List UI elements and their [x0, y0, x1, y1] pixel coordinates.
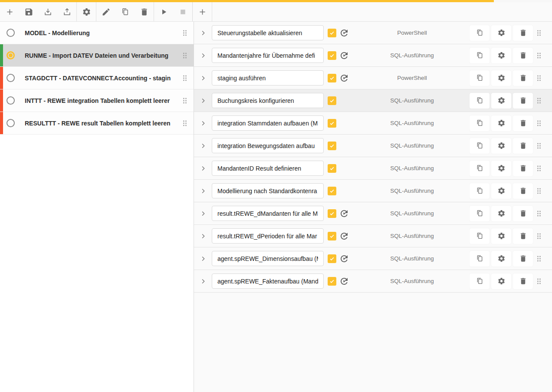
delete-task-button[interactable]	[513, 48, 533, 63]
task-enabled-checkbox[interactable]	[328, 74, 336, 82]
drag-handle-icon[interactable]	[535, 254, 543, 263]
expand-task-button[interactable]	[197, 117, 209, 130]
delete-task-button[interactable]	[513, 161, 533, 176]
task-enabled-checkbox[interactable]	[328, 209, 336, 218]
task-name-input[interactable]	[212, 115, 324, 131]
task-enabled-checkbox[interactable]	[328, 164, 336, 173]
expand-task-button[interactable]	[197, 275, 209, 288]
drag-handle-icon[interactable]	[535, 96, 543, 105]
drag-handle-icon[interactable]	[535, 29, 543, 37]
drag-handle-icon[interactable]	[535, 209, 543, 218]
delete-task-button[interactable]	[513, 25, 533, 41]
expand-task-button[interactable]	[197, 94, 209, 107]
job-item-runme[interactable]: RUNME - Import DATEV Dateien und Verarbe…	[0, 44, 194, 67]
expand-task-button[interactable]	[197, 184, 209, 198]
duplicate-task-button[interactable]	[470, 273, 490, 289]
job-item-resulttt[interactable]: RESULTTT - REWE result Tabellen komplett…	[0, 112, 194, 135]
delete-task-button[interactable]	[513, 115, 533, 131]
task-name-input[interactable]	[212, 273, 324, 289]
task-enabled-checkbox[interactable]	[328, 29, 336, 37]
task-name-input[interactable]	[212, 48, 324, 63]
duplicate-task-button[interactable]	[470, 251, 490, 267]
delete-button[interactable]	[135, 2, 154, 21]
task-enabled-checkbox[interactable]	[328, 254, 336, 263]
repeat-run-icon[interactable]	[339, 28, 349, 38]
drag-handle-icon[interactable]	[535, 51, 543, 60]
expand-task-button[interactable]	[197, 26, 209, 40]
task-name-input[interactable]	[212, 161, 324, 176]
drag-handle-icon[interactable]	[535, 74, 543, 82]
delete-task-button[interactable]	[513, 70, 533, 86]
job-radio-selected[interactable]	[7, 51, 15, 59]
drag-handle-icon[interactable]	[535, 277, 543, 286]
task-name-input[interactable]	[212, 25, 324, 40]
duplicate-button[interactable]	[115, 2, 135, 21]
task-settings-button[interactable]	[491, 183, 511, 199]
job-item-stagdctt[interactable]: STAGDCTT - DATEVCONNECT.Accounting - sta…	[0, 67, 194, 89]
task-enabled-checkbox[interactable]	[328, 277, 336, 286]
task-settings-button[interactable]	[491, 138, 511, 154]
duplicate-task-button[interactable]	[470, 161, 490, 176]
task-settings-button[interactable]	[491, 273, 511, 289]
task-settings-button[interactable]	[491, 251, 511, 267]
task-settings-button[interactable]	[491, 115, 511, 131]
task-enabled-checkbox[interactable]	[328, 187, 336, 195]
repeat-run-icon[interactable]	[339, 73, 349, 83]
task-name-input[interactable]	[212, 251, 324, 266]
task-name-input[interactable]	[212, 70, 324, 86]
drag-handle-icon[interactable]	[535, 187, 543, 195]
delete-task-button[interactable]	[513, 228, 533, 244]
duplicate-task-button[interactable]	[470, 70, 490, 86]
expand-task-button[interactable]	[197, 230, 209, 243]
drag-handle-icon[interactable]	[181, 29, 189, 37]
duplicate-task-button[interactable]	[470, 206, 490, 221]
task-enabled-checkbox[interactable]	[328, 119, 336, 128]
settings-button[interactable]	[77, 2, 96, 21]
drag-handle-icon[interactable]	[181, 119, 189, 128]
task-enabled-checkbox[interactable]	[328, 51, 336, 60]
save-button[interactable]	[19, 2, 38, 21]
delete-task-button[interactable]	[513, 183, 533, 199]
task-settings-button[interactable]	[491, 206, 511, 221]
run-button[interactable]	[154, 2, 173, 21]
repeat-run-icon[interactable]	[339, 254, 349, 264]
duplicate-task-button[interactable]	[470, 25, 490, 41]
task-settings-button[interactable]	[491, 48, 511, 63]
task-settings-button[interactable]	[491, 161, 511, 176]
delete-task-button[interactable]	[513, 93, 533, 109]
expand-task-button[interactable]	[197, 162, 209, 175]
job-radio[interactable]	[7, 74, 15, 82]
job-item-model[interactable]: MODEL - Modellierung	[0, 22, 194, 44]
delete-task-button[interactable]	[513, 251, 533, 267]
duplicate-task-button[interactable]	[470, 138, 490, 154]
job-radio[interactable]	[7, 96, 15, 105]
edit-button[interactable]	[96, 2, 115, 21]
drag-handle-icon[interactable]	[181, 74, 189, 82]
job-radio[interactable]	[7, 29, 15, 37]
drag-handle-icon[interactable]	[535, 142, 543, 150]
delete-task-button[interactable]	[513, 206, 533, 221]
delete-task-button[interactable]	[513, 273, 533, 289]
job-radio[interactable]	[7, 119, 15, 127]
task-settings-button[interactable]	[491, 25, 511, 41]
task-name-input[interactable]	[212, 138, 324, 153]
import-button[interactable]	[38, 2, 57, 21]
duplicate-task-button[interactable]	[470, 183, 490, 199]
expand-task-button[interactable]	[197, 72, 209, 85]
expand-task-button[interactable]	[197, 207, 209, 220]
task-enabled-checkbox[interactable]	[328, 96, 336, 105]
task-enabled-checkbox[interactable]	[328, 232, 336, 240]
task-name-input[interactable]	[212, 93, 324, 108]
task-settings-button[interactable]	[491, 93, 511, 109]
task-settings-button[interactable]	[491, 70, 511, 86]
duplicate-task-button[interactable]	[470, 48, 490, 63]
task-name-input[interactable]	[212, 206, 324, 221]
duplicate-task-button[interactable]	[470, 228, 490, 244]
expand-task-button[interactable]	[197, 252, 209, 265]
expand-task-button[interactable]	[197, 49, 209, 62]
repeat-run-icon[interactable]	[339, 50, 349, 61]
drag-handle-icon[interactable]	[535, 232, 543, 240]
job-item-inttt[interactable]: INTTT - REWE integration Tabellen komple…	[0, 89, 194, 112]
repeat-run-icon[interactable]	[339, 208, 349, 219]
add-model-button[interactable]	[0, 2, 19, 21]
